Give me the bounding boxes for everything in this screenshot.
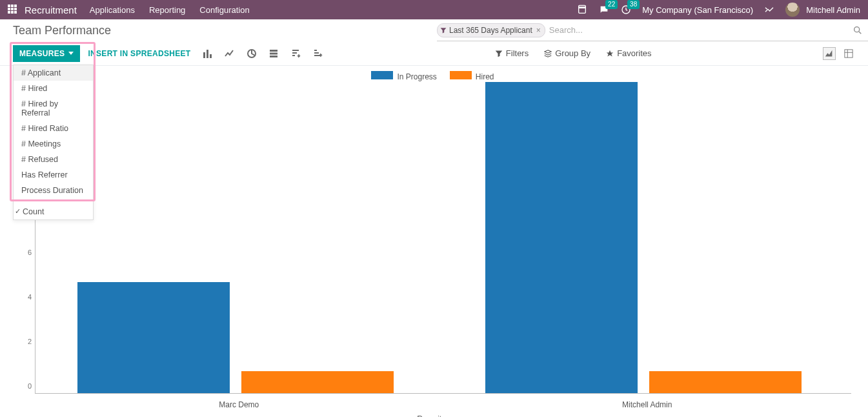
search-area: Last 365 Days Applicant ×	[437, 19, 868, 41]
bar-group-marc	[35, 282, 435, 393]
search-icon[interactable]	[853, 25, 863, 36]
apps-icon[interactable]	[8, 5, 18, 15]
svg-rect-2	[203, 52, 205, 58]
bar-group-mitchell	[443, 82, 843, 393]
search-input[interactable]	[545, 23, 853, 37]
measure-meetings[interactable]: # Meetings	[14, 136, 93, 152]
measures-button[interactable]: MEASURES	[13, 45, 80, 62]
sort-desc-icon[interactable]	[290, 48, 301, 59]
measure-count[interactable]: Count	[14, 204, 93, 219]
xlabel-mitchell: Mitchell Admin	[443, 400, 852, 409]
insert-spreadsheet-button[interactable]: INSERT IN SPREADSHEET	[88, 49, 190, 58]
layers-icon	[544, 50, 552, 57]
favorites-button[interactable]: Favorites	[606, 48, 651, 58]
chart-legend: In Progress Hired	[10, 70, 855, 83]
ytick: 0	[28, 382, 32, 390]
pie-chart-icon[interactable]	[246, 48, 257, 59]
group-by-button[interactable]: Group By	[544, 48, 590, 58]
chart-type-switcher	[202, 48, 323, 59]
bar-chart-icon[interactable]	[202, 48, 214, 59]
search-tools: Filters Group By Favorites	[495, 48, 652, 58]
funnel-icon	[495, 50, 503, 57]
measures-dropdown: # Applicant # Hired # Hired by Referral …	[13, 65, 94, 220]
measure-process-duration[interactable]: Process Duration	[14, 183, 93, 198]
caret-down-icon	[68, 52, 74, 55]
svg-rect-7	[270, 52, 278, 54]
bar-marc-hired[interactable]	[241, 371, 394, 393]
x-axis-labels: Marc Demo Mitchell Admin	[35, 400, 851, 409]
bar-marc-in-progress[interactable]	[77, 282, 230, 393]
chart-area: In Progress Hired 02468101214 Marc Demo …	[0, 66, 868, 417]
star-icon	[606, 50, 614, 57]
chip-remove-icon[interactable]: ×	[536, 26, 541, 35]
chat-icon[interactable]: 22	[598, 4, 610, 15]
funnel-icon	[440, 27, 447, 34]
avatar	[785, 3, 800, 17]
measure-hired[interactable]: # Hired	[14, 81, 93, 96]
svg-point-1	[854, 26, 860, 32]
favorites-label: Favorites	[617, 48, 651, 58]
graph-view-icon[interactable]	[823, 47, 836, 60]
xlabel-marc: Marc Demo	[35, 400, 443, 409]
line-chart-icon[interactable]	[224, 48, 236, 59]
chat-badge: 22	[605, 0, 618, 9]
filters-label: Filters	[506, 48, 529, 58]
nav-links: Applications Reporting Configuration	[90, 5, 250, 15]
legend-label-hired: Hired	[476, 72, 494, 81]
ytick: 4	[28, 293, 32, 301]
phone-icon[interactable]	[576, 4, 588, 15]
nav-reporting[interactable]: Reporting	[149, 5, 185, 15]
legend-label-in-progress: In Progress	[397, 72, 436, 81]
measure-hired-referral[interactable]: # Hired by Referral	[14, 96, 93, 121]
activity-icon[interactable]: 38	[620, 4, 632, 15]
legend-hired[interactable]: Hired	[450, 71, 494, 81]
user-menu[interactable]: Mitchell Admin	[785, 3, 860, 17]
bar-mitchell-in-progress[interactable]	[485, 82, 638, 393]
svg-rect-4	[210, 54, 212, 58]
ytick: 6	[28, 249, 32, 256]
debug-icon[interactable]	[763, 4, 775, 15]
filters-button[interactable]: Filters	[495, 48, 529, 58]
measure-has-referrer[interactable]: Has Referrer	[14, 167, 93, 183]
svg-rect-9	[845, 49, 853, 57]
group-by-label: Group By	[555, 48, 590, 58]
stacked-icon[interactable]	[268, 48, 279, 59]
activity-badge: 38	[627, 0, 640, 9]
top-nav: Recruitment Applications Reporting Confi…	[0, 0, 868, 19]
filter-chip[interactable]: Last 365 Days Applicant ×	[437, 23, 545, 37]
view-switcher	[823, 47, 855, 60]
ytick: 2	[28, 338, 32, 345]
filter-chip-label: Last 365 Days Applicant	[449, 26, 532, 35]
breadcrumb-bar: Team Performance Last 365 Days Applicant…	[0, 19, 868, 41]
svg-rect-3	[207, 50, 208, 58]
bar-mitchell-hired[interactable]	[649, 371, 802, 393]
plot-area	[35, 83, 851, 394]
nav-configuration[interactable]: Configuration	[199, 5, 249, 15]
legend-in-progress[interactable]: In Progress	[371, 71, 436, 81]
measures-label: MEASURES	[19, 49, 65, 58]
chart-plot: 02468101214 Marc Demo Mitchell Admin	[21, 83, 855, 413]
sort-asc-icon[interactable]	[312, 48, 323, 59]
toolbar: MEASURES # Applicant # Hired # Hired by …	[0, 41, 868, 66]
nav-applications[interactable]: Applications	[90, 5, 135, 15]
pivot-view-icon[interactable]	[842, 47, 855, 60]
svg-rect-8	[270, 56, 278, 57]
company-selector[interactable]: My Company (San Francisco)	[642, 5, 753, 15]
svg-rect-6	[270, 50, 278, 52]
measure-refused[interactable]: # Refused	[14, 152, 93, 167]
x-axis-title: Recruiter	[10, 414, 855, 417]
app-brand[interactable]: Recruitment	[25, 5, 77, 15]
page-title: Team Performance	[13, 19, 111, 37]
measure-applicant[interactable]: # Applicant	[14, 65, 93, 81]
user-name: Mitchell Admin	[806, 5, 860, 15]
measure-hired-ratio[interactable]: # Hired Ratio	[14, 121, 93, 136]
